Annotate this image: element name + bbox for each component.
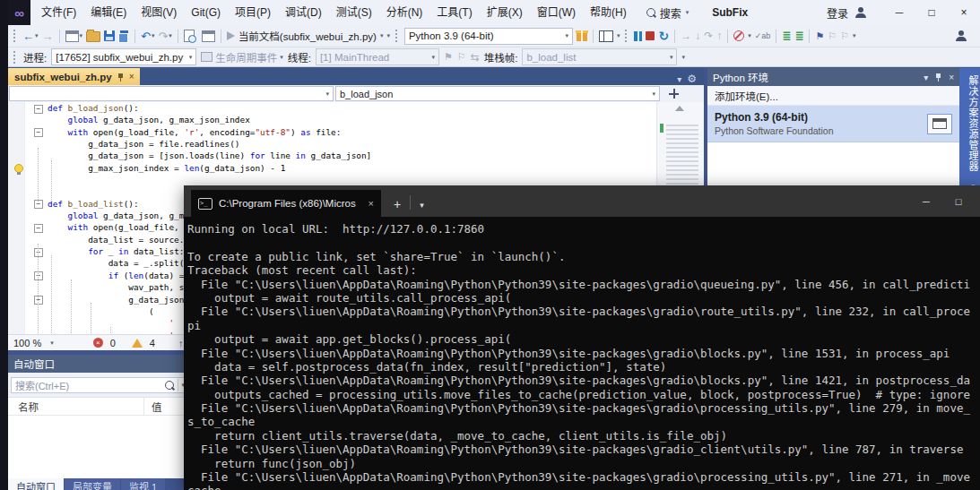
fold-collapse-icon[interactable]: − xyxy=(34,200,43,209)
toolbar-grip[interactable] xyxy=(13,51,17,64)
autohide-tab[interactable]: 解决方案资源管理器 xyxy=(959,75,980,172)
gear-icon[interactable]: ⚙ xyxy=(687,73,697,85)
menu-item[interactable]: 分析(N) xyxy=(379,0,430,25)
sync-explorer-icon[interactable] xyxy=(202,30,215,42)
bookmark-icon[interactable]: ⚑ xyxy=(815,31,824,41)
new-file-button[interactable]: ▾ xyxy=(65,30,83,42)
menu-item[interactable]: 项目(P) xyxy=(228,0,278,25)
toolbar-grip[interactable] xyxy=(13,30,17,42)
environment-list-item[interactable]: Python 3.9 (64-bit) Python Software Foun… xyxy=(707,106,959,142)
menu-item[interactable]: 视图(V) xyxy=(134,0,184,25)
split-window-icon[interactable] xyxy=(669,89,679,99)
member-dropdown[interactable]: b_load_json▾ xyxy=(335,86,660,101)
restart-debug-icon[interactable]: ↻ xyxy=(658,30,669,42)
minimize-button[interactable]: ─ xyxy=(883,0,915,25)
terminal-tab[interactable]: >_ C:\Program Files (x86)\Micros × xyxy=(191,190,381,217)
warning-icon[interactable] xyxy=(132,339,143,348)
column-name[interactable]: 名称 xyxy=(8,398,144,415)
thread-combo[interactable]: [1] MainThread▾ xyxy=(316,48,439,65)
tool-window-tab[interactable]: 自动窗口 xyxy=(8,478,64,490)
menu-item[interactable]: 帮助(H) xyxy=(583,0,634,25)
overflow-icon[interactable]: ▾ xyxy=(681,54,685,61)
sign-in-button[interactable]: 登录 xyxy=(827,5,848,21)
fold-collapse-icon[interactable]: − xyxy=(34,105,43,114)
error-icon[interactable]: × xyxy=(93,338,103,348)
tab-list-chevron-icon[interactable]: ▾ xyxy=(677,74,681,84)
next-bookmark-icon[interactable]: ⚐ xyxy=(840,31,849,41)
prev-bookmark-icon[interactable]: ⚐ xyxy=(828,31,837,41)
menu-item[interactable]: Git(G) xyxy=(184,0,228,25)
toolbar-grip[interactable] xyxy=(395,30,399,42)
chevron-down-icon[interactable]: ▾ xyxy=(924,73,928,82)
fold-collapse-icon[interactable]: − xyxy=(34,224,43,233)
menu-item[interactable]: 窗口(W) xyxy=(530,0,583,25)
stack-frame-icon[interactable]: ≣ xyxy=(794,30,803,41)
overflow-icon[interactable]: ▾ xyxy=(748,32,751,39)
step-out-icon[interactable]: ↑ xyxy=(716,30,722,41)
terminal-minimize-button[interactable]: ─ xyxy=(910,185,942,217)
zoom-selector[interactable]: 100 %▾ xyxy=(13,338,54,348)
python-environment-combo[interactable]: Python 3.9 (64-bit)▾ xyxy=(404,28,573,45)
error-count[interactable]: 0 xyxy=(110,338,116,348)
fold-collapse-icon[interactable]: − xyxy=(34,248,43,257)
pin-icon[interactable] xyxy=(117,73,124,82)
fold-collapse-icon[interactable]: − xyxy=(34,296,43,305)
prev-issue-icon[interactable]: ↑ xyxy=(178,338,184,348)
overflow-icon[interactable]: ▾ xyxy=(853,32,856,39)
toggle-icon[interactable]: ⇆ xyxy=(471,52,480,63)
save-icon[interactable] xyxy=(104,30,115,41)
menu-item[interactable]: 工具(T) xyxy=(429,0,479,25)
menu-item[interactable]: 编辑(E) xyxy=(83,0,134,25)
stop-debug-icon[interactable] xyxy=(646,31,655,40)
navigate-forward-button[interactable]: → xyxy=(42,30,54,42)
spell-check-icon[interactable]: ✓ab xyxy=(755,31,771,40)
gift-icon[interactable] xyxy=(577,33,587,41)
overflow-icon[interactable]: ▾ xyxy=(386,32,390,39)
feedback-icon[interactable] xyxy=(956,30,967,41)
close-button[interactable]: × xyxy=(948,0,980,25)
pin-icon[interactable] xyxy=(935,73,941,82)
tool-window-tab[interactable]: 监视 1 xyxy=(121,478,165,490)
open-folder-icon[interactable] xyxy=(86,31,100,42)
terminal-maximize-button[interactable]: □ xyxy=(942,185,975,217)
undo-button[interactable]: ↶▾ xyxy=(141,30,154,42)
tool-window-tab[interactable]: 局部变量 xyxy=(65,478,120,490)
terminal-output[interactable]: Running on local URL: http://127.0.0.1:7… xyxy=(184,217,980,490)
terminal-titlebar[interactable]: >_ C:\Program Files (x86)\Micros × + ▾ ─… xyxy=(184,185,980,217)
start-debug-icon[interactable] xyxy=(227,31,235,40)
step-over-icon[interactable]: ↷ xyxy=(704,30,713,41)
run-target-label[interactable]: 当前文档(subfix_webui_zh.py) xyxy=(238,29,377,43)
account-icon[interactable] xyxy=(855,7,867,18)
show-flagged-threads-icon[interactable]: ⚐ xyxy=(457,52,466,62)
document-tab[interactable]: subfix_webui_zh.py × xyxy=(8,68,140,85)
close-icon[interactable]: × xyxy=(949,73,954,82)
show-next-statement-icon[interactable]: → xyxy=(681,30,691,41)
save-all-icon[interactable] xyxy=(118,30,129,41)
skip-breakpoints-icon[interactable] xyxy=(733,30,744,41)
close-tab-icon[interactable]: × xyxy=(369,198,374,209)
flag-current-thread-icon[interactable]: ⚑ xyxy=(444,52,453,62)
search-box[interactable]: 搜索 ▾ xyxy=(646,5,689,21)
window-layout-icon[interactable] xyxy=(599,30,613,42)
type-dropdown[interactable]: ▾ xyxy=(9,86,334,101)
overflow-icon[interactable]: ▾ xyxy=(617,32,620,39)
stack-frame-combo[interactable]: b_load_list▾ xyxy=(522,48,677,65)
fold-collapse-icon[interactable]: − xyxy=(34,128,43,137)
menu-item[interactable]: 调试(D) xyxy=(278,0,329,25)
new-tab-icon[interactable]: + xyxy=(394,197,401,217)
pause-debug-icon[interactable] xyxy=(634,31,642,41)
redo-button[interactable]: ↷▾ xyxy=(158,30,171,42)
fold-collapse-icon[interactable]: − xyxy=(34,271,43,280)
menu-item[interactable]: 文件(F) xyxy=(34,0,83,25)
maximize-button[interactable]: □ xyxy=(915,0,948,25)
call-stack-icon[interactable]: ≣ xyxy=(782,30,791,41)
step-into-icon[interactable]: ↓ xyxy=(695,30,700,41)
process-combo[interactable]: [17652] subfix_webui_zh.py▾ xyxy=(51,48,196,65)
lifecycle-events-button[interactable]: 生命周期事件 ▾ xyxy=(201,50,283,64)
chevron-down-icon[interactable]: ▾ xyxy=(420,201,424,217)
pyenv-titlebar[interactable]: Python 环境 ▾ × xyxy=(707,68,959,86)
find-in-files-icon[interactable] xyxy=(184,30,195,42)
menu-item[interactable]: 测试(S) xyxy=(329,0,379,25)
chevron-down-icon[interactable]: ▾ xyxy=(380,32,384,39)
warning-count[interactable]: 4 xyxy=(150,338,155,348)
